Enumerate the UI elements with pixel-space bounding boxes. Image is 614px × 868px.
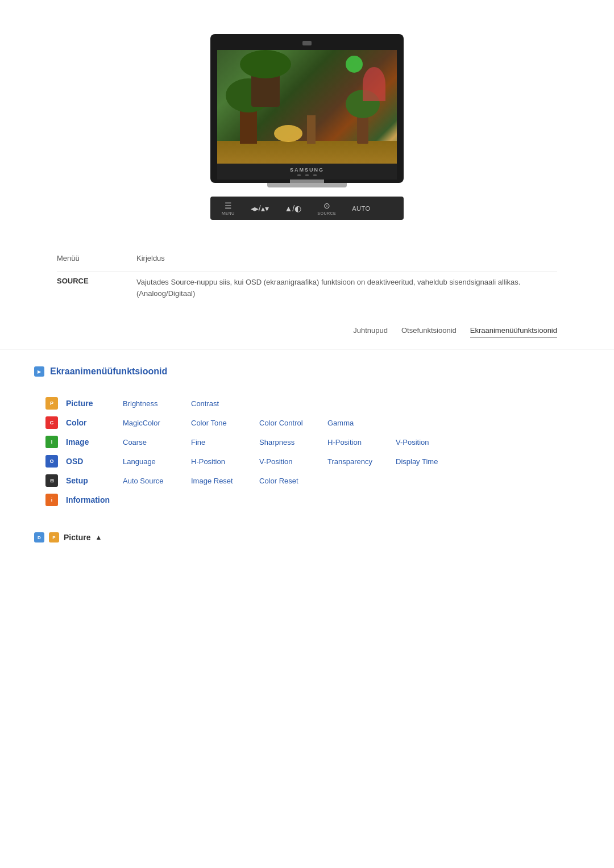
osd-menu-name[interactable]: OSD <box>66 457 123 466</box>
menu-row-color: C Color MagicColor Color Tone Color Cont… <box>45 413 569 432</box>
adjust-icon: ◂▸/▴▾ <box>251 204 269 213</box>
information-icon: i <box>45 494 58 506</box>
setup-menu-items: Auto Source Image Reset Color Reset <box>123 477 569 485</box>
monitor-section: SAMSUNG ☰ MENU ◂▸/▴▾ ▲/◐ ⊙ SOURCE AUTO <box>0 0 614 220</box>
source-menu-item: SOURCE <box>57 277 102 285</box>
bottom-breadcrumb: D P Picture ▲ <box>0 515 614 554</box>
adjust-button[interactable]: ◂▸/▴▾ <box>251 204 269 213</box>
osd-vposition[interactable]: V-Position <box>259 457 327 466</box>
menu-button[interactable]: ☰ MENU <box>222 201 235 215</box>
col-header-desc: Kirjeldus <box>136 254 557 262</box>
osd-icon: O <box>45 455 58 468</box>
picture-contrast[interactable]: Contrast <box>191 399 259 408</box>
information-icon-cell: i <box>45 494 66 506</box>
setup-imagereset[interactable]: Image Reset <box>191 477 259 485</box>
osd-menu-items: Language H-Position V-Position Transpare… <box>123 457 569 466</box>
monitor-outer: SAMSUNG <box>210 34 404 183</box>
setup-menu-name[interactable]: Setup <box>66 476 123 485</box>
menu-row-image: I Image Coarse Fine Sharpness H-Position… <box>45 432 569 452</box>
color-icon: C <box>45 416 58 429</box>
color-control[interactable]: Color Control <box>259 419 327 427</box>
osd-transparency[interactable]: Transparency <box>327 457 396 466</box>
source-icon: ⊙ <box>323 201 330 210</box>
picture-icon-cell: P <box>45 397 66 410</box>
osd-icon-cell: O <box>45 455 66 468</box>
breadcrumb-nav-icon: D <box>34 532 44 542</box>
image-coarse[interactable]: Coarse <box>123 438 191 446</box>
brightness-icon: ▲/◐ <box>285 204 302 213</box>
image-hposition[interactable]: H-Position <box>327 438 396 446</box>
picture-menu-items: Brightness Contrast <box>123 399 569 408</box>
section-heading: Ekraanimenüüfunktsioonid <box>34 366 580 377</box>
tab-ekraanimenuu[interactable]: Ekraanimenüüfunktsioonid <box>470 326 557 337</box>
tab-otsefunktsioonid[interactable]: Otsefunktsioonid <box>401 326 457 337</box>
image-menu-items: Coarse Fine Sharpness H-Position V-Posit… <box>123 438 569 446</box>
setup-icon: ⊞ <box>45 474 58 487</box>
monitor-bottom-bar: SAMSUNG <box>217 164 397 180</box>
source-description: Vajutades Source-nuppu siis, kui OSD (ek… <box>136 277 557 299</box>
monitor-top-button <box>302 41 312 45</box>
image-icon-cell: I <box>45 436 66 448</box>
image-menu-name[interactable]: Image <box>66 437 123 446</box>
picture-menu-name[interactable]: Picture <box>66 399 123 408</box>
table-row: SOURCE Vajutades Source-nuppu siis, kui … <box>57 272 557 303</box>
menu-row-setup: ⊞ Setup Auto Source Image Reset Color Re… <box>45 471 569 490</box>
brightness-button[interactable]: ▲/◐ <box>285 204 302 213</box>
menu-grid: P Picture Brightness Contrast C Color Ma… <box>34 388 580 515</box>
osd-displaytime[interactable]: Display Time <box>396 457 464 466</box>
color-tone[interactable]: Color Tone <box>191 419 259 427</box>
samsung-logo: SAMSUNG <box>217 167 397 173</box>
nav-tabs: Juhtnupud Otsefunktsioonid Ekraanimenüüf… <box>0 315 614 349</box>
controls-bar: ☰ MENU ◂▸/▴▾ ▲/◐ ⊙ SOURCE AUTO <box>210 197 404 220</box>
color-gamma[interactable]: Gamma <box>327 419 396 427</box>
menu-icon: ☰ <box>225 201 232 210</box>
menu-row-osd: O OSD Language H-Position V-Position Tra… <box>45 452 569 471</box>
setup-autosource[interactable]: Auto Source <box>123 477 191 485</box>
tab-juhtnupud[interactable]: Juhtnupud <box>353 326 388 337</box>
image-icon: I <box>45 436 58 448</box>
breadcrumb-text: Picture <box>64 533 90 542</box>
image-vposition[interactable]: V-Position <box>396 438 464 446</box>
menu-row-information: i Information <box>45 490 569 510</box>
auto-button[interactable]: AUTO <box>352 205 370 212</box>
color-menu-name[interactable]: Color <box>66 418 123 427</box>
main-section: Ekraanimenüüfunktsioonid P Picture Brigh… <box>0 366 614 515</box>
monitor-screen-image <box>217 50 397 164</box>
picture-brightness[interactable]: Brightness <box>123 399 191 408</box>
setup-icon-cell: ⊞ <box>45 474 66 487</box>
monitor-stand-top <box>290 180 324 183</box>
section-heading-icon <box>34 366 44 377</box>
source-button[interactable]: ⊙ SOURCE <box>317 201 336 215</box>
setup-colorreset[interactable]: Color Reset <box>259 477 327 485</box>
image-sharpness[interactable]: Sharpness <box>259 438 327 446</box>
osd-hposition[interactable]: H-Position <box>191 457 259 466</box>
color-icon-cell: C <box>45 416 66 429</box>
monitor-screen <box>217 50 397 164</box>
osd-language[interactable]: Language <box>123 457 191 466</box>
color-menu-items: MagicColor Color Tone Color Control Gamm… <box>123 419 569 427</box>
table-header: Menüü Kirjeldus <box>57 254 557 262</box>
menu-row-picture: P Picture Brightness Contrast <box>45 394 569 413</box>
section-heading-title: Ekraanimenüüfunktsioonid <box>50 366 167 377</box>
image-fine[interactable]: Fine <box>191 438 259 446</box>
monitor-stand-base <box>267 183 347 187</box>
picture-icon: P <box>45 397 58 410</box>
breadcrumb-arrow-icon: ▲ <box>95 533 102 541</box>
information-menu-name[interactable]: Information <box>66 495 123 504</box>
breadcrumb-picture-icon: P <box>49 532 59 542</box>
table-section: Menüü Kirjeldus SOURCE Vajutades Source-… <box>0 220 614 315</box>
color-magiccolor[interactable]: MagicColor <box>123 419 191 427</box>
col-header-menu: Menüü <box>57 254 102 262</box>
